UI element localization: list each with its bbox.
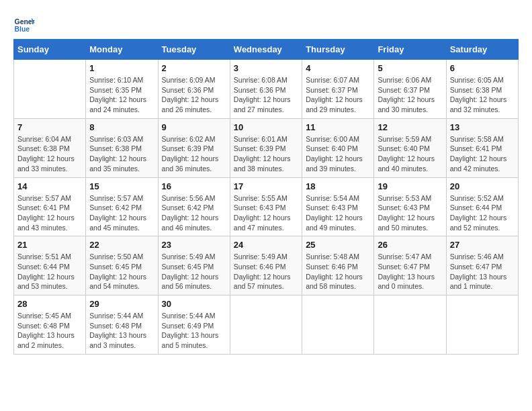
day-info: Sunrise: 5:50 AM Sunset: 6:45 PM Dayligh… [89, 252, 154, 291]
day-info: Sunrise: 5:57 AM Sunset: 6:41 PM Dayligh… [17, 193, 82, 233]
day-number: 11 [306, 122, 370, 132]
week-row-3: 14Sunrise: 5:57 AM Sunset: 6:41 PM Dayli… [14, 177, 519, 236]
day-number: 27 [450, 240, 515, 250]
day-number: 22 [89, 240, 154, 250]
header-saturday: Saturday [446, 40, 518, 60]
day-info: Sunrise: 5:59 AM Sunset: 6:40 PM Dayligh… [378, 134, 442, 174]
day-cell: 17Sunrise: 5:55 AM Sunset: 6:43 PM Dayli… [230, 177, 302, 236]
day-info: Sunrise: 6:02 AM Sunset: 6:39 PM Dayligh… [162, 134, 226, 174]
calendar-table: SundayMondayTuesdayWednesdayThursdayFrid… [13, 39, 519, 355]
header-monday: Monday [86, 40, 158, 60]
day-info: Sunrise: 6:09 AM Sunset: 6:36 PM Dayligh… [162, 75, 226, 115]
day-number: 18 [306, 181, 370, 191]
day-info: Sunrise: 5:51 AM Sunset: 6:44 PM Dayligh… [17, 252, 82, 291]
day-info: Sunrise: 5:44 AM Sunset: 6:49 PM Dayligh… [162, 311, 226, 351]
day-number: 30 [162, 299, 226, 309]
day-info: Sunrise: 5:57 AM Sunset: 6:42 PM Dayligh… [89, 193, 154, 233]
header-sunday: Sunday [14, 40, 86, 60]
day-cell: 5Sunrise: 6:06 AM Sunset: 6:37 PM Daylig… [374, 60, 446, 119]
day-cell: 15Sunrise: 5:57 AM Sunset: 6:42 PM Dayli… [86, 177, 158, 236]
day-number: 20 [450, 181, 515, 191]
day-cell: 16Sunrise: 5:56 AM Sunset: 6:42 PM Dayli… [158, 177, 230, 236]
week-row-4: 21Sunrise: 5:51 AM Sunset: 6:44 PM Dayli… [14, 236, 519, 295]
page-header: General Blue [13, 13, 519, 35]
day-cell: 20Sunrise: 5:52 AM Sunset: 6:44 PM Dayli… [446, 177, 518, 236]
week-row-5: 28Sunrise: 5:45 AM Sunset: 6:48 PM Dayli… [14, 295, 519, 355]
day-info: Sunrise: 5:56 AM Sunset: 6:42 PM Dayligh… [162, 193, 226, 233]
day-cell [230, 295, 302, 355]
svg-text:Blue: Blue [15, 26, 30, 33]
day-cell: 19Sunrise: 5:53 AM Sunset: 6:43 PM Dayli… [374, 177, 446, 236]
day-info: Sunrise: 5:44 AM Sunset: 6:48 PM Dayligh… [89, 311, 154, 351]
day-cell: 7Sunrise: 6:04 AM Sunset: 6:38 PM Daylig… [14, 118, 86, 177]
day-cell [446, 295, 518, 355]
day-number: 8 [89, 122, 154, 132]
logo: General Blue [13, 13, 39, 35]
day-number: 9 [162, 122, 226, 132]
day-info: Sunrise: 5:53 AM Sunset: 6:43 PM Dayligh… [378, 193, 442, 233]
day-cell [14, 60, 86, 119]
day-cell: 13Sunrise: 5:58 AM Sunset: 6:41 PM Dayli… [446, 118, 518, 177]
header-tuesday: Tuesday [158, 40, 230, 60]
day-number: 2 [162, 63, 226, 73]
day-cell: 6Sunrise: 6:05 AM Sunset: 6:38 PM Daylig… [446, 60, 518, 119]
day-cell: 4Sunrise: 6:07 AM Sunset: 6:37 PM Daylig… [302, 60, 374, 119]
day-info: Sunrise: 5:47 AM Sunset: 6:47 PM Dayligh… [378, 252, 442, 291]
day-info: Sunrise: 6:01 AM Sunset: 6:39 PM Dayligh… [234, 134, 298, 174]
day-cell: 9Sunrise: 6:02 AM Sunset: 6:39 PM Daylig… [158, 118, 230, 177]
day-cell: 28Sunrise: 5:45 AM Sunset: 6:48 PM Dayli… [14, 295, 86, 355]
day-cell: 24Sunrise: 5:49 AM Sunset: 6:46 PM Dayli… [230, 236, 302, 295]
day-number: 12 [378, 122, 442, 132]
day-info: Sunrise: 5:49 AM Sunset: 6:45 PM Dayligh… [162, 252, 226, 291]
day-cell: 22Sunrise: 5:50 AM Sunset: 6:45 PM Dayli… [86, 236, 158, 295]
day-number: 15 [89, 181, 154, 191]
day-cell: 10Sunrise: 6:01 AM Sunset: 6:39 PM Dayli… [230, 118, 302, 177]
day-cell: 30Sunrise: 5:44 AM Sunset: 6:49 PM Dayli… [158, 295, 230, 355]
day-cell: 25Sunrise: 5:48 AM Sunset: 6:46 PM Dayli… [302, 236, 374, 295]
header-thursday: Thursday [302, 40, 374, 60]
day-number: 25 [306, 240, 370, 250]
day-cell: 12Sunrise: 5:59 AM Sunset: 6:40 PM Dayli… [374, 118, 446, 177]
week-row-2: 7Sunrise: 6:04 AM Sunset: 6:38 PM Daylig… [14, 118, 519, 177]
day-cell [374, 295, 446, 355]
day-number: 10 [234, 122, 298, 132]
week-row-1: 1Sunrise: 6:10 AM Sunset: 6:35 PM Daylig… [14, 60, 519, 119]
day-cell: 14Sunrise: 5:57 AM Sunset: 6:41 PM Dayli… [14, 177, 86, 236]
day-number: 14 [17, 181, 82, 191]
day-number: 6 [450, 63, 515, 73]
day-number: 24 [234, 240, 298, 250]
day-number: 1 [89, 63, 154, 73]
day-cell: 8Sunrise: 6:03 AM Sunset: 6:38 PM Daylig… [86, 118, 158, 177]
day-number: 4 [306, 63, 370, 73]
day-number: 5 [378, 63, 442, 73]
day-cell: 27Sunrise: 5:46 AM Sunset: 6:47 PM Dayli… [446, 236, 518, 295]
day-info: Sunrise: 6:10 AM Sunset: 6:35 PM Dayligh… [89, 75, 154, 115]
day-cell: 21Sunrise: 5:51 AM Sunset: 6:44 PM Dayli… [14, 236, 86, 295]
day-cell: 29Sunrise: 5:44 AM Sunset: 6:48 PM Dayli… [86, 295, 158, 355]
day-info: Sunrise: 6:08 AM Sunset: 6:36 PM Dayligh… [234, 75, 298, 115]
day-number: 16 [162, 181, 226, 191]
day-info: Sunrise: 6:00 AM Sunset: 6:40 PM Dayligh… [306, 134, 370, 174]
day-info: Sunrise: 6:05 AM Sunset: 6:38 PM Dayligh… [450, 75, 515, 115]
day-cell: 26Sunrise: 5:47 AM Sunset: 6:47 PM Dayli… [374, 236, 446, 295]
calendar-header-row: SundayMondayTuesdayWednesdayThursdayFrid… [14, 40, 519, 60]
day-info: Sunrise: 5:54 AM Sunset: 6:43 PM Dayligh… [306, 193, 370, 233]
day-number: 28 [17, 299, 82, 309]
day-number: 7 [17, 122, 82, 132]
day-cell: 23Sunrise: 5:49 AM Sunset: 6:45 PM Dayli… [158, 236, 230, 295]
day-cell: 3Sunrise: 6:08 AM Sunset: 6:36 PM Daylig… [230, 60, 302, 119]
day-info: Sunrise: 6:03 AM Sunset: 6:38 PM Dayligh… [89, 134, 154, 174]
day-info: Sunrise: 6:04 AM Sunset: 6:38 PM Dayligh… [17, 134, 82, 174]
day-cell [302, 295, 374, 355]
day-number: 3 [234, 63, 298, 73]
day-info: Sunrise: 5:49 AM Sunset: 6:46 PM Dayligh… [234, 252, 298, 291]
day-info: Sunrise: 5:46 AM Sunset: 6:47 PM Dayligh… [450, 252, 515, 291]
day-cell: 2Sunrise: 6:09 AM Sunset: 6:36 PM Daylig… [158, 60, 230, 119]
day-number: 26 [378, 240, 442, 250]
day-info: Sunrise: 6:07 AM Sunset: 6:37 PM Dayligh… [306, 75, 370, 115]
day-cell: 1Sunrise: 6:10 AM Sunset: 6:35 PM Daylig… [86, 60, 158, 119]
day-number: 21 [17, 240, 82, 250]
day-cell: 11Sunrise: 6:00 AM Sunset: 6:40 PM Dayli… [302, 118, 374, 177]
day-info: Sunrise: 5:45 AM Sunset: 6:48 PM Dayligh… [17, 311, 82, 351]
day-number: 13 [450, 122, 515, 132]
